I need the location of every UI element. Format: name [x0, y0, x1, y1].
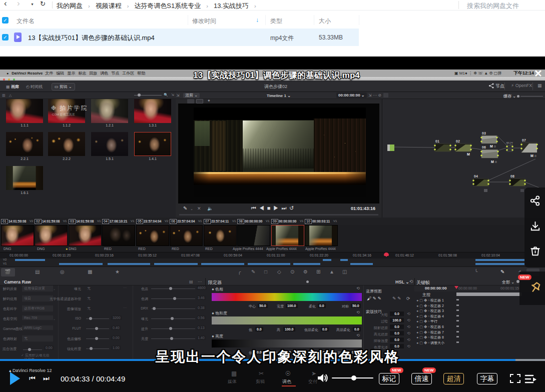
svg-text:平行: 平行 — [506, 142, 513, 146]
svg-text:04: 04 — [474, 174, 478, 178]
svg-text:01: 01 — [435, 140, 439, 143]
svg-text:M ○: M ○ — [491, 160, 497, 164]
svg-text:07: 07 — [522, 138, 526, 142]
svg-text:06: 06 — [482, 146, 486, 149]
svg-text:M ○: M ○ — [530, 154, 536, 158]
svg-text:M ○: M ○ — [490, 144, 496, 148]
svg-text:08: 08 — [510, 174, 514, 178]
svg-text:M: M — [467, 152, 470, 156]
svg-text:02: 02 — [456, 140, 460, 143]
svg-text:03: 03 — [482, 132, 486, 135]
